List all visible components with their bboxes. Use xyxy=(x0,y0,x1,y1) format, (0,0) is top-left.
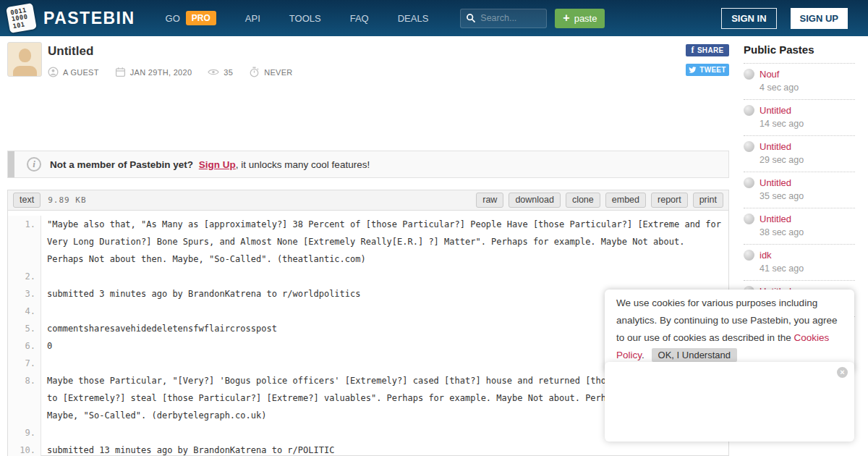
sign-up-button[interactable]: SIGN UP xyxy=(791,8,848,29)
views-icon xyxy=(208,68,219,76)
toolbar-action-raw[interactable]: raw xyxy=(476,193,503,208)
cookie-notice: We use cookies for various purposes incl… xyxy=(605,290,854,372)
public-paste-time: 29 sec ago xyxy=(744,155,855,165)
ad-placeholder: × xyxy=(605,362,854,442)
twitter-tweet-button[interactable]: TWEET xyxy=(686,64,729,76)
public-paste-time: 41 sec ago xyxy=(744,263,855,274)
public-paste-time: 35 sec ago xyxy=(744,191,855,201)
public-paste-item: Nouf 4 sec ago xyxy=(744,64,855,100)
toolbar-action-download[interactable]: download xyxy=(509,193,561,208)
facebook-icon: f xyxy=(692,45,694,56)
public-paste-item: Untitled 38 sec ago xyxy=(744,208,855,245)
paste-expires: NEVER xyxy=(264,68,292,77)
guest-icon xyxy=(48,67,59,77)
nav-link-deals[interactable]: DEALS xyxy=(398,13,429,24)
search-box[interactable] xyxy=(460,9,547,28)
navbar: 0011 1000 101 PASTEBIN GO PRO API TOOLS … xyxy=(0,0,868,36)
sign-in-button[interactable]: SIGN IN xyxy=(721,8,776,29)
public-paste-link[interactable]: idk xyxy=(760,250,772,261)
public-pastes-sidebar: Public Pastes Nouf 4 sec ago Untitled 14… xyxy=(744,43,855,317)
facebook-share-button[interactable]: f SHARE xyxy=(686,44,729,56)
line-number: 3. xyxy=(8,285,41,303)
close-icon[interactable]: × xyxy=(837,367,848,378)
calendar-icon xyxy=(115,67,126,77)
banner-bold-text: Not a member of Pastebin yet? xyxy=(50,159,193,170)
nav-link-go-pro[interactable]: GO PRO xyxy=(166,11,216,25)
cookie-ok-button[interactable]: OK, I Understand xyxy=(652,348,737,362)
globe-icon xyxy=(744,177,754,188)
line-number: 2. xyxy=(8,268,41,285)
public-paste-link[interactable]: Nouf xyxy=(760,69,779,80)
globe-icon xyxy=(744,214,754,224)
public-paste-time: 38 sec ago xyxy=(744,227,855,237)
globe-icon xyxy=(744,69,754,80)
toolbar-action-embed[interactable]: embed xyxy=(605,193,646,208)
toolbar-action-clone[interactable]: clone xyxy=(566,193,600,208)
code-line: 2. xyxy=(8,268,728,285)
public-paste-link[interactable]: Untitled xyxy=(760,177,791,188)
line-number: 6. xyxy=(8,337,41,355)
pastebin-logo-icon[interactable]: 0011 1000 101 xyxy=(6,3,38,33)
nav-link-tools[interactable]: TOOLS xyxy=(289,13,321,24)
public-paste-item: idk 41 sec ago xyxy=(744,245,855,281)
paste-header: Untitled A GUEST JAN 29TH, 2020 35 NEVER xyxy=(7,42,293,77)
twitter-bird-icon xyxy=(689,66,697,74)
public-paste-link[interactable]: Untitled xyxy=(760,214,791,224)
nav-link-faq[interactable]: FAQ xyxy=(350,13,369,24)
public-paste-link[interactable]: Untitled xyxy=(760,141,791,152)
toolbar-action-report[interactable]: report xyxy=(651,193,688,208)
paste-size: 9.89 KB xyxy=(48,195,86,205)
toolbar-action-print[interactable]: print xyxy=(693,193,723,208)
banner-accent-bar xyxy=(8,151,14,177)
avatar xyxy=(7,42,42,77)
nav-link-api[interactable]: API xyxy=(245,13,260,24)
new-paste-button[interactable]: + paste xyxy=(555,9,605,28)
code-line: 10. submitted 13 minutes ago by BrandonK… xyxy=(8,442,728,456)
public-paste-item: Untitled 14 sec ago xyxy=(744,100,855,136)
public-paste-link[interactable]: Untitled xyxy=(760,105,791,116)
globe-icon xyxy=(744,141,754,152)
line-number: 9. xyxy=(8,424,41,442)
expire-icon xyxy=(249,67,260,77)
paste-views: 35 xyxy=(224,68,233,77)
public-paste-item: Untitled 35 sec ago xyxy=(744,172,855,208)
line-text xyxy=(41,268,728,285)
code-line: 1. "Maybe also that, "As Many as [approx… xyxy=(8,216,728,268)
line-text: "Maybe also that, "As Many as [approxima… xyxy=(41,216,728,268)
line-number: 8. xyxy=(8,372,41,424)
line-number: 7. xyxy=(8,355,41,372)
line-text: submitted 13 minutes ago by BrandonKatre… xyxy=(41,442,728,456)
syntax-chip[interactable]: text xyxy=(13,193,41,208)
public-paste-time: 14 sec ago xyxy=(744,119,855,129)
sidebar-title: Public Pastes xyxy=(744,43,855,64)
line-number: 4. xyxy=(8,303,41,320)
line-number: 5. xyxy=(8,320,41,337)
paste-title: Untitled xyxy=(48,44,293,59)
search-icon xyxy=(466,13,476,23)
banner-signup-link[interactable]: Sign Up xyxy=(199,159,236,170)
signup-banner: i Not a member of Pastebin yet? Sign Up,… xyxy=(7,151,729,178)
info-icon: i xyxy=(27,157,41,172)
line-number: 10. xyxy=(8,442,41,456)
paste-toolbar: text 9.89 KB raw download clone embed re… xyxy=(8,190,728,211)
brand-title[interactable]: PASTEBIN xyxy=(43,9,135,28)
globe-icon xyxy=(744,250,754,261)
paste-author: A GUEST xyxy=(63,68,99,77)
public-paste-item: Untitled 29 sec ago xyxy=(744,136,855,172)
paste-date: JAN 29TH, 2020 xyxy=(130,68,192,77)
pro-badge: PRO xyxy=(186,11,216,25)
banner-rest-text: , it unlocks many cool features! xyxy=(236,159,370,170)
plus-icon: + xyxy=(563,12,569,24)
public-paste-time: 4 sec ago xyxy=(744,83,855,93)
line-number: 1. xyxy=(8,216,41,268)
globe-icon xyxy=(744,105,754,116)
search-input[interactable] xyxy=(480,13,538,23)
